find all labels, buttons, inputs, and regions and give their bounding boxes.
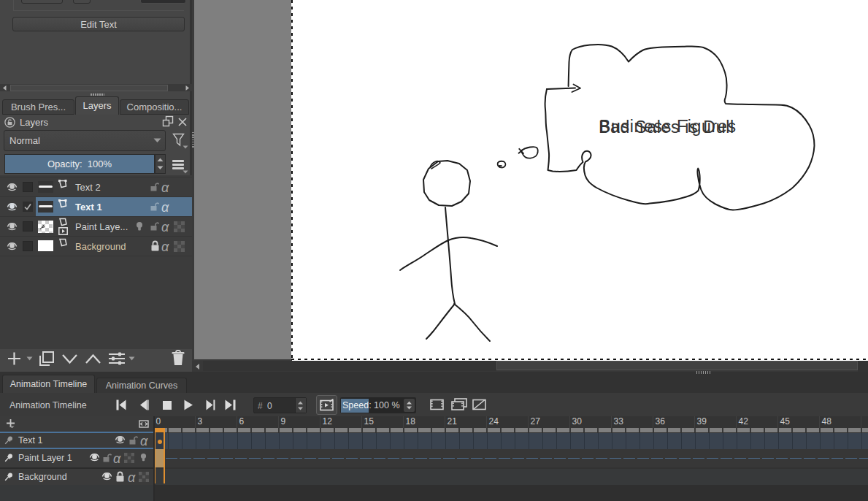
svg-text:Bad Sales is Dull: Bad Sales is Dull <box>599 118 734 137</box>
